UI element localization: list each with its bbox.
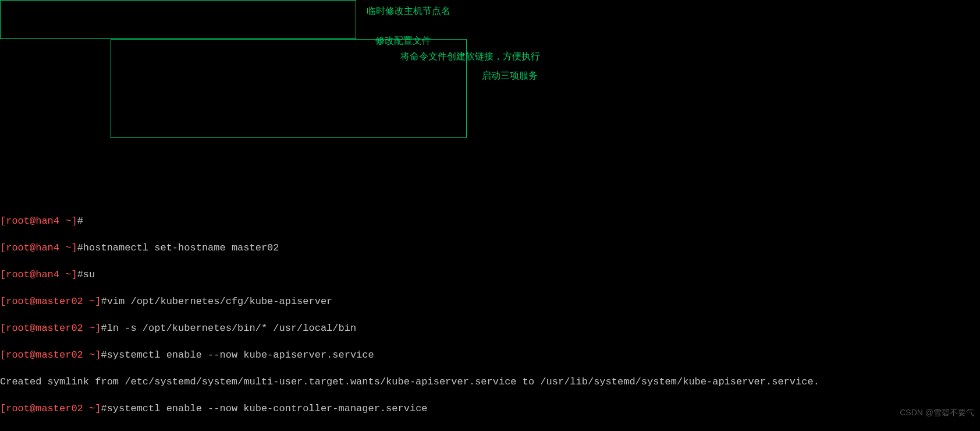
- annotation-config: 修改配置文件: [375, 34, 431, 47]
- cmd-su: su: [83, 269, 95, 280]
- prompt-line-5: [root@master02 ~]#ln -s /opt/kubernetes/…: [0, 322, 980, 335]
- symlink-output-1: Created symlink from /etc/systemd/system…: [0, 375, 980, 388]
- prompt-line-4: [root@master02 ~]#vim /opt/kubernetes/cf…: [0, 295, 980, 308]
- prompt-line-3: [root@han4 ~]#su: [0, 268, 980, 281]
- cmd-enable-apiserver: systemctl enable --now kube-apiserver.se…: [107, 349, 374, 361]
- annotation-symlink: 将命令文件创建软链接，方便执行: [400, 50, 540, 63]
- terminal-content[interactable]: [root@han4 ~]# [root@han4 ~]#hostnamectl…: [0, 201, 980, 431]
- prompt-line-1: [root@han4 ~]#: [0, 214, 980, 228]
- cmd-ln: ln -s /opt/kubernetes/bin/* /usr/local/b…: [107, 323, 356, 334]
- prompt-line-7: [root@master02 ~]#systemctl enable --now…: [0, 402, 980, 415]
- prompt-line-6: [root@master02 ~]#systemctl enable --now…: [0, 348, 980, 362]
- annotation-services: 启动三项服务: [482, 69, 538, 82]
- watermark: CSDN @雪碧不要气: [900, 406, 974, 419]
- annotation-hostname: 临时修改主机节点名: [367, 4, 450, 17]
- cmd-vim: vim /opt/kubernetes/cfg/kube-apiserver: [107, 296, 333, 307]
- annotation-box-1: [0, 0, 356, 39]
- cmd-enable-controller: systemctl enable --now kube-controller-m…: [107, 403, 428, 414]
- prompt-line-2: [root@han4 ~]#hostnamectl set-hostname m…: [0, 241, 980, 255]
- symlink-output-2: Created symlink from /etc/systemd/system…: [0, 429, 980, 431]
- cmd-hostname: hostnamectl set-hostname master02: [83, 242, 279, 253]
